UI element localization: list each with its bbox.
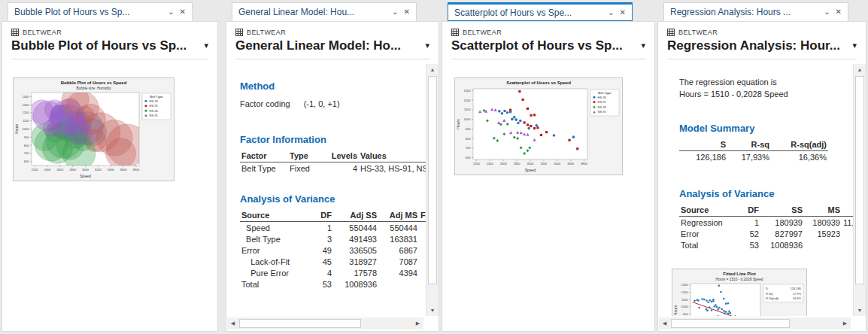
scroll-up-button[interactable]: ▲ (854, 64, 866, 75)
chevron-down-icon[interactable]: ⌄ (168, 8, 174, 16)
tab-general-linear-model[interactable]: General Linear Model: Hou... ⌄ ✕ (232, 2, 417, 21)
svg-text:126,186: 126,186 (791, 287, 802, 290)
svg-text:Belt Type: Belt Type (150, 95, 163, 99)
table-cell: 15923 (804, 228, 842, 239)
table-cell: 550444 (378, 222, 419, 234)
horizontal-scrollbar[interactable]: ◀ ▶ (227, 317, 423, 329)
svg-text:3200: 3200 (95, 168, 102, 172)
table-cell: 163831 (378, 233, 419, 244)
table-cell: Pure Error (240, 267, 309, 278)
title-dropdown-icon[interactable]: ▾ (852, 41, 857, 50)
scroll-down-button[interactable]: ▼ (426, 305, 439, 316)
pane-body: Scatterplot of Hours vs Speed22002400260… (442, 64, 654, 331)
scroll-right-button[interactable]: ▶ (839, 317, 851, 329)
svg-text:2800: 2800 (514, 162, 521, 165)
svg-text:Belt Type: Belt Type (598, 91, 612, 95)
table-cell: 827997 (760, 228, 804, 239)
table-cell (419, 222, 426, 234)
pane-title: Scatterplot of Hours vs Sp... (451, 38, 638, 53)
section-heading-method: Method (240, 80, 426, 92)
vertical-scrollbar[interactable]: ▲ ▼ (426, 64, 439, 316)
svg-text:Hours: Hours (673, 305, 678, 315)
table-cell: 4 (309, 267, 333, 278)
table-row: Regression118093918093911,3 (679, 217, 853, 229)
table-cell (804, 239, 842, 250)
table-cell (419, 244, 426, 256)
chevron-down-icon[interactable]: ⌄ (608, 9, 614, 17)
close-icon[interactable]: ✕ (620, 9, 626, 17)
svg-text:1200: 1200 (464, 99, 472, 102)
svg-text:3600: 3600 (120, 168, 128, 172)
fitted-line-plot-chart: Fitted Line PlotHours = 1510 - 0,2028 Sp… (672, 269, 807, 316)
worksheet-icon (11, 29, 19, 36)
bubble-plot-figure[interactable]: Bubble Plot of Hours vs SpeedBubble size… (13, 77, 175, 181)
pane-title: Regression Analysis: Hour... (667, 38, 849, 53)
pane-header: BELTWEAR General Linear Model: Ho... ▾ (226, 22, 439, 59)
scroll-right-button[interactable]: ▶ (412, 317, 423, 329)
divider (667, 59, 857, 59)
pane-body: Bubble Plot of Hours vs SpeedBubble size… (2, 64, 217, 331)
close-icon[interactable]: ✕ (180, 8, 186, 16)
table-cell: 11,3 (842, 217, 853, 229)
section-heading-anova: Analysis of Variance (240, 193, 426, 205)
svg-text:Hours: Hours (456, 119, 460, 129)
table-cell: Speed (240, 222, 309, 234)
svg-text:1300: 1300 (681, 283, 689, 287)
svg-text:2800: 2800 (69, 168, 77, 172)
worksheet-name: BELTWEAR (247, 29, 286, 36)
column-header: S (679, 139, 727, 151)
title-dropdown-icon[interactable]: ▾ (204, 41, 208, 50)
svg-text:S: S (766, 287, 768, 290)
svg-text:1100: 1100 (23, 119, 29, 123)
scroll-left-button[interactable]: ◀ (227, 317, 238, 329)
pane-regression-analysis[interactable]: BELTWEAR Regression Analysis: Hour... ▾ … (657, 21, 866, 332)
svg-text:600: 600 (466, 156, 471, 159)
pane-scatterplot[interactable]: BELTWEAR Scatterplot of Hours vs Sp... ▾… (442, 21, 655, 332)
table-row: Speed1550444550444 (240, 222, 426, 234)
svg-text:1300: 1300 (23, 103, 30, 107)
scroll-down-button[interactable]: ▼ (854, 305, 866, 316)
close-icon[interactable]: ✕ (836, 8, 842, 16)
pane-general-linear-model[interactable]: BELTWEAR General Linear Model: Ho... ▾ M… (226, 21, 439, 332)
worksheet-name: BELTWEAR (678, 29, 718, 36)
vertical-scrollbar-thumb[interactable] (428, 76, 437, 284)
horizontal-scrollbar-thumb[interactable] (671, 319, 790, 328)
vertical-scrollbar[interactable]: ▲ ▼ (853, 64, 866, 316)
chevron-down-icon[interactable]: ⌄ (392, 8, 398, 16)
tab-regression-analysis[interactable]: Regression Analysis: Hours ... ⌄ ✕ (663, 2, 848, 21)
horizontal-scrollbar[interactable]: ◀ ▶ (659, 317, 851, 329)
table-cell: 17,93% (727, 151, 771, 163)
worksheet-icon (667, 29, 675, 36)
table-cell: 53 (738, 239, 760, 250)
column-header (842, 205, 853, 217)
svg-text:1000: 1000 (464, 117, 472, 121)
output-table: FactorTypeLevelsValuesBelt TypeFixed4HS-… (240, 150, 426, 174)
svg-text:NS-33: NS-33 (150, 109, 159, 113)
tab-bubble-plot[interactable]: Bubble Plot of Hours vs Sp... ⌄ ✕ (8, 2, 193, 21)
svg-text:2600: 2600 (500, 162, 508, 165)
table-cell: 491493 (333, 233, 378, 244)
worksheet-icon (235, 29, 243, 36)
vertical-scrollbar-thumb[interactable] (855, 76, 864, 284)
horizontal-scrollbar-thumb[interactable] (239, 319, 361, 328)
column-header: Values (359, 150, 426, 162)
table-cell (378, 278, 419, 290)
pane-header: BELTWEAR Bubble Plot of Hours vs Sp... ▾ (2, 22, 217, 59)
chevron-down-icon[interactable]: ⌄ (824, 8, 830, 16)
table-cell: 1008936 (333, 278, 378, 290)
close-icon[interactable]: ✕ (404, 8, 410, 16)
scatterplot-figure[interactable]: Scatterplot of Hours vs Speed22002400260… (454, 77, 623, 175)
title-dropdown-icon[interactable]: ▾ (641, 41, 645, 50)
scroll-up-button[interactable]: ▲ (426, 64, 439, 75)
model-summary-table: SR-sqR-sq(adj)126,18617,93%16,36% (679, 139, 853, 162)
table-cell: 45 (309, 256, 333, 267)
scroll-left-button[interactable]: ◀ (659, 317, 670, 329)
column-header: DF (309, 210, 333, 222)
pane-bubble-plot[interactable]: BELTWEAR Bubble Plot of Hours vs Sp... ▾… (2, 21, 218, 332)
svg-text:3000: 3000 (527, 162, 535, 165)
fitted-line-plot-figure[interactable]: Fitted Line PlotHours = 1510 - 0,2028 Sp… (672, 269, 807, 316)
table-cell (419, 256, 426, 267)
title-dropdown-icon[interactable]: ▾ (425, 41, 429, 50)
tab-scatterplot[interactable]: Scatterplot of Hours vs Spe... ⌄ ✕ (448, 2, 633, 21)
svg-text:3000: 3000 (82, 168, 90, 172)
